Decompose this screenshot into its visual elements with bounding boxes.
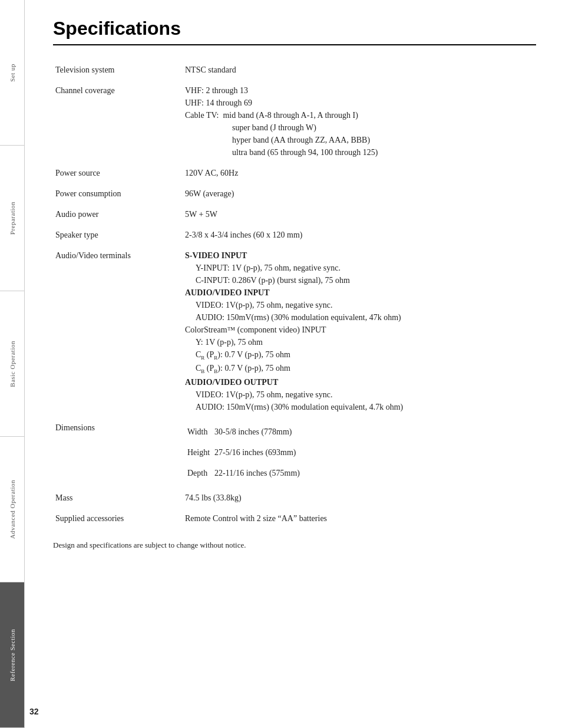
sidebar-section-advanced-operation: Advanced Operation bbox=[0, 437, 24, 582]
spec-label-dimensions: Dimensions bbox=[53, 417, 183, 487]
spec-row-speaker-type: Speaker type 2-3/8 x 4-3/4 inches (60 x … bbox=[53, 225, 536, 245]
dim-label-height: Height bbox=[185, 442, 212, 463]
av-line-colorstream-header: ColorStream™ (component video) INPUT bbox=[185, 324, 534, 336]
sidebar: Set up Preparation Basic Operation Advan… bbox=[0, 0, 25, 728]
main-content: Specifications Television system NTSC st… bbox=[29, 0, 560, 574]
page-title: Specifications bbox=[53, 18, 536, 39]
spec-row-power-consumption: Power consumption 96W (average) bbox=[53, 183, 536, 204]
channel-line-3: Cable TV: mid band (A-8 through A-1, A t… bbox=[185, 109, 534, 121]
sidebar-label-setup: Set up bbox=[9, 64, 16, 82]
sidebar-label-preparation: Preparation bbox=[9, 202, 16, 235]
spec-label-power-source: Power source bbox=[53, 163, 183, 183]
spec-row-av-terminals: Audio/Video terminals S-VIDEO INPUT Y-IN… bbox=[53, 245, 536, 417]
sidebar-label-advanced-operation: Advanced Operation bbox=[9, 480, 16, 539]
channel-line-1: VHF: 2 through 13 bbox=[185, 84, 534, 97]
spec-value-dimensions: Width 30-5/8 inches (778mm) Height 27-5/… bbox=[183, 417, 536, 487]
spec-label-speaker-type: Speaker type bbox=[53, 225, 183, 245]
dim-value-depth: 22-11/16 inches (575mm) bbox=[212, 463, 302, 483]
spec-label-audio-power: Audio power bbox=[53, 204, 183, 225]
av-line-output-header: AUDIO/VIDEO OUTPUT bbox=[185, 376, 534, 388]
page-number: 32 bbox=[29, 707, 39, 716]
av-line-audio-47k: AUDIO: 150mV(rms) (30% modulation equiva… bbox=[185, 311, 534, 324]
dim-row-height: Height 27-5/16 inches (693mm) bbox=[185, 442, 302, 463]
spec-value-accessories: Remote Control with 2 size “AA” batterie… bbox=[183, 508, 536, 529]
av-line-video-out: VIDEO: 1V(p-p), 75 ohm, negative sync. bbox=[185, 388, 534, 401]
spec-value-power-consumption: 96W (average) bbox=[183, 183, 536, 204]
spec-label-tv-system: Television system bbox=[53, 60, 183, 80]
dim-value-width: 30-5/8 inches (778mm) bbox=[212, 421, 302, 442]
spec-value-av-terminals: S-VIDEO INPUT Y-INPUT: 1V (p-p), 75 ohm,… bbox=[183, 245, 536, 417]
spec-row-dimensions: Dimensions Width 30-5/8 inches (778mm) H… bbox=[53, 417, 536, 487]
av-line-audiovideo-header: AUDIO/VIDEO INPUT bbox=[185, 286, 534, 299]
av-line-video: VIDEO: 1V(p-p), 75 ohm, negative sync. bbox=[185, 299, 534, 311]
sidebar-section-preparation: Preparation bbox=[0, 146, 24, 291]
av-line-y-input: Y-INPUT: 1V (p-p), 75 ohm, negative sync… bbox=[185, 262, 534, 274]
spec-value-audio-power: 5W + 5W bbox=[183, 204, 536, 225]
sidebar-label-reference: Reference Section bbox=[9, 629, 16, 681]
spec-value-power-source: 120V AC, 60Hz bbox=[183, 163, 536, 183]
dim-row-depth: Depth 22-11/16 inches (575mm) bbox=[185, 463, 302, 483]
spec-row-accessories: Supplied accessories Remote Control with… bbox=[53, 508, 536, 529]
sidebar-section-reference: Reference Section bbox=[0, 582, 24, 728]
title-divider bbox=[53, 44, 536, 45]
dim-row-width: Width 30-5/8 inches (778mm) bbox=[185, 421, 302, 442]
av-line-y-comp: Y: 1V (p-p), 75 ohm bbox=[185, 336, 534, 348]
spec-row-mass: Mass 74.5 lbs (33.8kg) bbox=[53, 487, 536, 508]
spec-note: Design and specifications are subject to… bbox=[53, 541, 536, 550]
dim-label-width: Width bbox=[185, 421, 212, 442]
spec-label-channel-coverage: Channel coverage bbox=[53, 80, 183, 163]
spec-row-audio-power: Audio power 5W + 5W bbox=[53, 204, 536, 225]
spec-row-power-source: Power source 120V AC, 60Hz bbox=[53, 163, 536, 183]
av-line-c-input: C-INPUT: 0.286V (p-p) (burst signal), 75… bbox=[185, 274, 534, 286]
channel-line-4: super band (J through W) bbox=[185, 121, 534, 134]
sidebar-label-basic-operation: Basic Operation bbox=[9, 341, 16, 387]
spec-row-tv-system: Television system NTSC standard bbox=[53, 60, 536, 80]
spec-value-channel-coverage: VHF: 2 through 13 UHF: 14 through 69 Cab… bbox=[183, 80, 536, 163]
av-line-audio-47k-out: AUDIO: 150mV(rms) (30% modulation equiva… bbox=[185, 401, 534, 413]
av-line-cr: CR (PR): 0.7 V (p-p), 75 ohm bbox=[185, 348, 534, 362]
spec-row-channel-coverage: Channel coverage VHF: 2 through 13 UHF: … bbox=[53, 80, 536, 163]
spec-value-mass: 74.5 lbs (33.8kg) bbox=[183, 487, 536, 508]
spec-value-speaker-type: 2-3/8 x 4-3/4 inches (60 x 120 mm) bbox=[183, 225, 536, 245]
spec-value-tv-system: NTSC standard bbox=[183, 60, 536, 80]
sidebar-section-basic-operation: Basic Operation bbox=[0, 291, 24, 437]
av-line-cb: CB (PB): 0.7 V (p-p), 75 ohm bbox=[185, 362, 534, 375]
spec-label-mass: Mass bbox=[53, 487, 183, 508]
spec-label-av-terminals: Audio/Video terminals bbox=[53, 245, 183, 417]
channel-line-5: hyper band (AA through ZZ, AAA, BBB) bbox=[185, 134, 534, 146]
spec-label-accessories: Supplied accessories bbox=[53, 508, 183, 529]
spec-table: Television system NTSC standard Channel … bbox=[53, 60, 536, 529]
channel-line-6: ultra band (65 through 94, 100 through 1… bbox=[185, 146, 534, 159]
dimensions-table: Width 30-5/8 inches (778mm) Height 27-5/… bbox=[185, 421, 302, 483]
dim-label-depth: Depth bbox=[185, 463, 212, 483]
spec-label-power-consumption: Power consumption bbox=[53, 183, 183, 204]
av-line-svideo-header: S-VIDEO INPUT bbox=[185, 249, 534, 262]
channel-line-2: UHF: 14 through 69 bbox=[185, 97, 534, 109]
dim-value-height: 27-5/16 inches (693mm) bbox=[212, 442, 302, 463]
sidebar-section-setup: Set up bbox=[0, 0, 24, 146]
